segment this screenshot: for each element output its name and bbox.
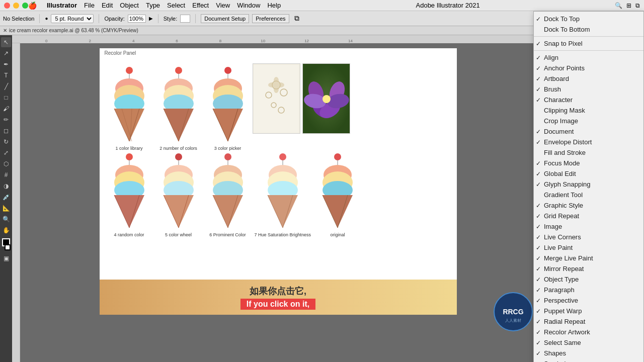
document-canvas[interactable]: Recolor Panel	[100, 48, 457, 315]
apple-icon[interactable]: 🍎	[28, 2, 37, 10]
search-icon[interactable]: 🔍	[615, 2, 622, 9]
zoom-tool[interactable]: 🔍	[1, 214, 11, 224]
menu-illustrator[interactable]: Illustrator	[47, 2, 77, 9]
menu-item-character[interactable]: Character	[534, 95, 643, 105]
preferences-button[interactable]: Preferences	[252, 14, 289, 23]
menu-object[interactable]: Object	[120, 2, 139, 9]
pencil-tool[interactable]: ✏	[1, 115, 11, 125]
ice-cream-cell-4[interactable]: 4 random color	[105, 146, 154, 242]
menu-item-dock-to-bottom[interactable]: Dock To Bottom	[534, 24, 643, 35]
screen-mode[interactable]: ▣	[1, 253, 11, 263]
svg-marker-81	[323, 195, 353, 228]
menu-item-gradient-tool[interactable]: Gradient Tool	[534, 190, 643, 200]
menu-item-radial-repeat[interactable]: Radial Repeat	[534, 316, 643, 327]
maximize-button[interactable]	[22, 3, 28, 9]
style-swatch[interactable]	[180, 15, 190, 23]
rect-tool[interactable]: □	[1, 93, 11, 103]
style-label: Style:	[164, 16, 178, 22]
menu-effect[interactable]: Effect	[192, 2, 209, 9]
ice-cream-cell-8[interactable]: original	[313, 146, 362, 242]
eraser-tool[interactable]: ◻	[1, 126, 11, 136]
arrange-icon[interactable]: ⧉	[635, 2, 640, 9]
menu-window[interactable]: Window	[237, 2, 260, 9]
menu-item-shapes[interactable]: Shapes	[534, 348, 643, 358]
close-file-icon[interactable]: ✕	[3, 28, 7, 33]
menu-edit[interactable]: Edit	[102, 2, 113, 9]
brush-size-select[interactable]: 5 pt. Round	[51, 14, 94, 23]
menu-item-dock-to-top[interactable]: Dock To Top	[534, 14, 643, 24]
photo-2[interactable]	[302, 63, 350, 134]
menu-item-crop-image[interactable]: Crop Image	[534, 116, 643, 126]
type-tool[interactable]: T	[1, 70, 11, 80]
scale-tool[interactable]: ⤢	[1, 148, 11, 158]
menu-item-live-corners[interactable]: Live Corners	[534, 232, 643, 242]
menu-item-object-type[interactable]: Object Type	[534, 274, 643, 285]
menu-item-clipping-mask[interactable]: Clipping Mask	[534, 105, 643, 116]
direct-select-tool[interactable]: ↗	[1, 48, 11, 58]
minimize-button[interactable]	[13, 3, 19, 9]
dropdown-menu[interactable]: Dock To TopDock To BottomSnap to PixelAl…	[533, 11, 644, 362]
ice-cream-cell-6[interactable]: 6 Prominent Color	[203, 146, 253, 242]
menu-item-mirror-repeat[interactable]: Mirror Repeat	[534, 263, 643, 274]
svg-point-43	[323, 95, 331, 103]
menu-item-select-same[interactable]: Select Same	[534, 337, 643, 348]
menu-item-image[interactable]: Image	[534, 221, 643, 232]
line-tool[interactable]: ╱	[1, 81, 11, 92]
menu-select[interactable]: Select	[167, 2, 185, 9]
menu-help[interactable]: Help	[267, 2, 281, 9]
measure-tool[interactable]: 📐	[1, 203, 11, 213]
rotate-tool[interactable]: ↻	[1, 137, 11, 147]
menu-item-snap-to-pixel[interactable]: Snap to Pixel	[534, 38, 643, 49]
menu-item-document[interactable]: Document	[534, 126, 643, 137]
menu-item-recolor-artwork[interactable]: Recolor Artwork	[534, 327, 643, 337]
eyedropper-tool[interactable]: 💉	[1, 192, 11, 202]
menu-item-brush[interactable]: Brush	[534, 84, 643, 95]
menu-item-align[interactable]: Align	[534, 52, 643, 63]
menu-item-fill-and-stroke[interactable]: Fill and Stroke	[534, 147, 643, 158]
pen-tool[interactable]: ✒	[1, 59, 11, 69]
menu-item-symbols[interactable]: Symbols	[534, 358, 643, 362]
ice-cream-cell-7[interactable]: 7 Hue Saturation Brightness	[253, 146, 313, 242]
cell-label-4: 4 random color	[114, 232, 144, 238]
menu-item-envelope-distort[interactable]: Envelope Distort	[534, 137, 643, 147]
select-tool[interactable]: ↖	[1, 37, 11, 47]
menu-item-graphic-style[interactable]: Graphic Style	[534, 200, 643, 211]
menu-item-puppet-warp[interactable]: Puppet Warp	[534, 306, 643, 316]
stroke-color[interactable]	[5, 244, 11, 250]
menu-item-anchor-points[interactable]: Anchor Points	[534, 63, 643, 73]
canvas-content[interactable]: Recolor Panel	[20, 43, 536, 362]
menu-item-artboard[interactable]: Artboard	[534, 73, 643, 84]
menu-file[interactable]: File	[84, 2, 95, 9]
menu-item-live-paint[interactable]: Live Paint	[534, 242, 643, 253]
arrange-controls-icon[interactable]: ⧉	[294, 14, 299, 23]
mesh-tool[interactable]: #	[1, 170, 11, 180]
blend-tool[interactable]: ⬡	[1, 159, 11, 169]
opacity-input[interactable]	[128, 15, 146, 23]
close-button[interactable]	[4, 3, 10, 9]
menu-item-merge-live-paint[interactable]: Merge Live Paint	[534, 253, 643, 263]
ice-cream-cell-5[interactable]: 5 color wheel	[154, 146, 203, 242]
ice-cream-cell-2[interactable]: 2 number of colors	[154, 59, 203, 156]
photo-1[interactable]	[253, 63, 300, 134]
canvas-area[interactable]: 0 2 4 6 8 10 12 14 Recolor Panel	[12, 35, 536, 362]
doc-setup-button[interactable]: Document Setup	[201, 14, 249, 23]
menu-item-paragraph[interactable]: Paragraph	[534, 285, 643, 295]
left-toolbar: ↖ ↗ ✒ T ╱ □ 🖌 ✏ ◻ ↻ ⤢ ⬡ # ◑ 💉 📐 🔍 ✋ ▣	[0, 35, 12, 362]
ice-cream-cell-1[interactable]: 1 color library	[105, 59, 154, 156]
menu-separator	[534, 50, 643, 51]
subtitle-overlay: 如果你点击它, If you click on it,	[100, 280, 457, 315]
traffic-lights[interactable]	[4, 3, 28, 9]
hand-tool[interactable]: ✋	[1, 225, 11, 235]
menu-item-perspective[interactable]: Perspective	[534, 295, 643, 306]
menu-type[interactable]: Type	[146, 2, 160, 9]
opacity-arrow[interactable]: ▶	[149, 16, 153, 21]
menu-view[interactable]: View	[216, 2, 230, 9]
menu-item-glyph-snapping[interactable]: Glyph Snapping	[534, 179, 643, 190]
ice-cream-cell-3[interactable]: 3 color picker	[203, 59, 253, 156]
menu-item-global-edit[interactable]: Global Edit	[534, 168, 643, 179]
menu-item-focus-mode[interactable]: Focus Mode	[534, 158, 643, 168]
menu-item-grid-repeat[interactable]: Grid Repeat	[534, 211, 643, 221]
gradient-tool[interactable]: ◑	[1, 181, 11, 191]
paintbrush-tool[interactable]: 🖌	[1, 104, 11, 114]
tile-icon[interactable]: ⊞	[626, 2, 631, 9]
